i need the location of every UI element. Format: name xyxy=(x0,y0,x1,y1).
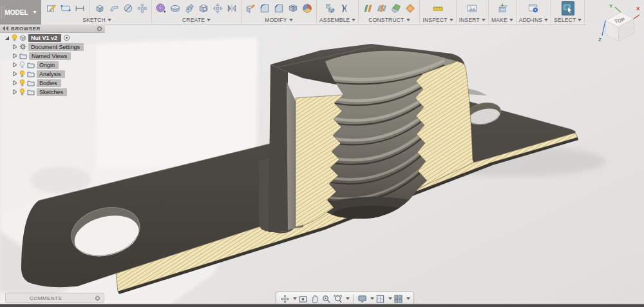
chevron-down-icon xyxy=(207,19,211,21)
browser-row-bodies[interactable]: Bodies xyxy=(0,79,109,87)
browser-row-sketches[interactable]: Sketches xyxy=(0,88,109,96)
chevron-down-icon xyxy=(289,19,293,21)
browser-item-label[interactable]: Sketches xyxy=(37,88,67,96)
fit-icon[interactable] xyxy=(332,293,343,304)
component-box-icon xyxy=(19,34,26,41)
browser-header: BROWSER xyxy=(0,25,105,33)
add-ins-icon[interactable] xyxy=(527,1,540,15)
browser-item-label[interactable]: Named Views xyxy=(29,52,71,60)
visibility-bulb-icon[interactable] xyxy=(19,70,25,78)
create-sketch-icon[interactable] xyxy=(45,1,58,15)
viewports-icon[interactable] xyxy=(393,293,404,304)
expand-collapse-icon[interactable] xyxy=(13,62,17,68)
toolbar-separator xyxy=(90,0,90,17)
toolbar-group-label-make[interactable]: MAKE xyxy=(491,16,513,24)
pattern-icon[interactable] xyxy=(211,1,224,15)
expand-collapse-icon[interactable] xyxy=(13,53,17,59)
browser-row-root[interactable]: Nut V1 v2 xyxy=(0,34,109,42)
comments-bar[interactable]: COMMENTS xyxy=(5,293,104,303)
browser-item-label[interactable]: Analysis xyxy=(37,70,65,78)
chevron-down-icon[interactable] xyxy=(406,297,410,300)
toolbar-group-label-select[interactable]: SELECT xyxy=(554,16,582,24)
toolbar-group-sketch: SKETCH xyxy=(43,0,152,25)
chevron-down-icon xyxy=(509,19,513,21)
new-component-icon[interactable] xyxy=(324,1,337,15)
browser-item-label[interactable]: Document Settings xyxy=(28,43,84,51)
chevron-down-icon[interactable] xyxy=(346,297,350,300)
toolbar-group-label-create[interactable]: CREATE xyxy=(182,16,211,24)
joint-icon[interactable] xyxy=(338,1,351,15)
midplane-icon[interactable] xyxy=(375,1,388,15)
chamfer-icon[interactable] xyxy=(272,1,285,15)
toolbar-group-label-inspect[interactable]: INSPECT xyxy=(422,16,453,24)
browser-row-analysis[interactable]: Analysis xyxy=(0,70,109,78)
toolbar-group-label-assemble[interactable]: ASSEMBLE xyxy=(319,16,355,24)
sweep-profile-icon[interactable] xyxy=(108,1,120,15)
toolbar-grip-icon[interactable] xyxy=(1,6,5,19)
browser-settings-gear-icon[interactable] xyxy=(97,26,102,32)
expand-collapse-icon[interactable] xyxy=(13,89,17,95)
expand-collapse-icon[interactable] xyxy=(13,71,17,77)
chevron-down-icon xyxy=(578,19,582,21)
project-icon[interactable] xyxy=(93,1,106,15)
create-form-icon[interactable] xyxy=(155,1,167,15)
offset-plane-icon[interactable] xyxy=(361,1,374,15)
folder-icon xyxy=(27,62,35,68)
line-icon[interactable] xyxy=(73,1,86,15)
appearance-icon[interactable] xyxy=(301,1,314,15)
chevron-down-icon xyxy=(406,19,410,21)
points-icon[interactable] xyxy=(136,1,149,15)
insert-media-icon[interactable] xyxy=(466,1,478,15)
visibility-bulb-off-icon[interactable] xyxy=(19,61,25,69)
browser-item-label[interactable]: Origin xyxy=(37,61,59,69)
fillet-icon[interactable] xyxy=(258,1,271,15)
sweep-icon[interactable] xyxy=(183,1,196,15)
display-settings-icon[interactable] xyxy=(357,293,368,304)
tangent-plane-icon[interactable] xyxy=(390,1,402,15)
boss-left-face[interactable] xyxy=(269,64,288,232)
axis-y-line xyxy=(615,7,621,12)
toolbar-group-label-addins[interactable]: ADD-INS xyxy=(519,16,548,24)
browser-row-document-settings[interactable]: Document Settings xyxy=(0,43,109,51)
select-icon[interactable] xyxy=(562,1,574,15)
chevron-down-icon[interactable] xyxy=(388,297,392,300)
revolve-circle-icon[interactable] xyxy=(122,1,135,15)
rectangle-icon[interactable] xyxy=(59,1,72,15)
angled-plane-icon[interactable] xyxy=(404,1,417,15)
toolbar-group-label-construct[interactable]: CONSTRUCT xyxy=(368,16,410,24)
grid-settings-icon[interactable] xyxy=(375,293,386,304)
visibility-bulb-icon[interactable] xyxy=(12,34,17,42)
press-pull-icon[interactable] xyxy=(244,1,257,15)
comments-settings-gear-icon[interactable] xyxy=(95,295,100,301)
revolve-icon[interactable] xyxy=(169,1,182,15)
axis-z-label: Z xyxy=(598,37,601,43)
expand-collapse-icon[interactable] xyxy=(13,80,17,86)
expand-collapse-icon[interactable] xyxy=(13,44,17,50)
toolbar-group-label-insert[interactable]: INSERT xyxy=(459,16,486,24)
toolbar-group-select: SELECT xyxy=(551,0,585,25)
coil-icon[interactable] xyxy=(197,1,210,15)
visibility-bulb-icon[interactable] xyxy=(19,79,25,87)
expand-collapse-icon[interactable] xyxy=(5,35,10,41)
browser-row-origin[interactable]: Origin xyxy=(0,61,109,69)
view-cube[interactable]: TOP X Y Z xyxy=(596,1,643,44)
chevron-down-icon[interactable] xyxy=(293,297,297,300)
zoom-icon[interactable] xyxy=(321,293,332,304)
make-icon[interactable] xyxy=(496,1,509,15)
toolbar-group-label-modify[interactable]: MODIFY xyxy=(265,16,292,24)
chevron-down-icon[interactable] xyxy=(370,297,374,300)
collapse-panel-icon[interactable] xyxy=(3,26,8,31)
shell-icon[interactable] xyxy=(287,1,299,15)
orbit-icon[interactable] xyxy=(279,293,290,304)
visibility-bulb-icon[interactable] xyxy=(19,88,25,96)
browser-root-label[interactable]: Nut V1 v2 xyxy=(28,34,61,42)
look-at-icon[interactable] xyxy=(298,293,308,304)
browser-item-label[interactable]: Bodies xyxy=(37,79,61,87)
browser-row-named-views[interactable]: Named Views xyxy=(0,52,109,60)
workspace-switcher[interactable]: MODEL xyxy=(0,0,41,25)
activate-component-radio-icon[interactable] xyxy=(63,34,70,41)
toolbar-group-label-sketch[interactable]: SKETCH xyxy=(82,16,111,24)
mirror-icon[interactable] xyxy=(225,1,238,15)
measure-icon[interactable] xyxy=(431,1,444,15)
pan-icon[interactable] xyxy=(309,293,320,304)
